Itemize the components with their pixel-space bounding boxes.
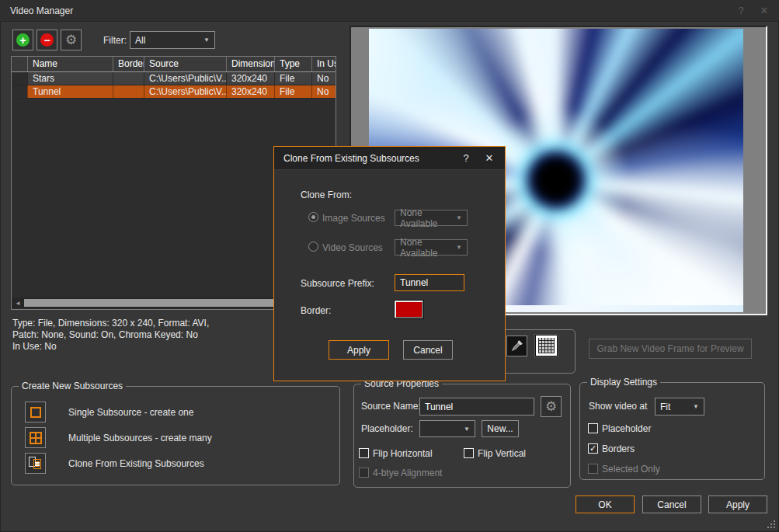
source-info-line-3: In Use: No (12, 341, 57, 352)
single-subsource-button[interactable] (25, 402, 46, 422)
plus-icon: + (16, 33, 30, 47)
clone-from-label: Clone From: (301, 190, 352, 200)
header-border[interactable]: Border (113, 57, 144, 71)
image-sources-label: Image Sources (322, 213, 385, 224)
source-settings-button[interactable]: ⚙ (61, 30, 82, 50)
filter-label: Filter: (103, 35, 127, 46)
apply-button[interactable]: Apply (708, 495, 767, 513)
source-name-label: Source Name: (361, 401, 421, 412)
window-title: Video Manager (10, 5, 73, 16)
grid-pattern-icon (538, 338, 555, 353)
header-icon-col[interactable] (12, 57, 27, 71)
gear-icon: ⚙ (545, 400, 557, 413)
add-source-button[interactable]: + (12, 30, 33, 50)
minus-icon: − (40, 33, 54, 47)
chevron-down-icon: ▼ (464, 426, 470, 433)
gear-icon: ⚙ (65, 33, 77, 47)
single-subsource-label: Single Subsource - create one (68, 407, 193, 418)
subsource-prefix-input[interactable]: Tunnel (395, 274, 464, 291)
byte-alignment-label: 4-btye Alignment (373, 468, 442, 478)
dialog-cancel-button[interactable]: Cancel (403, 340, 453, 360)
table-header: Name Border Source Dimensions Type In Us… (12, 57, 336, 72)
filter-value: All (135, 35, 145, 46)
eyedropper-button[interactable] (506, 336, 527, 356)
multiple-subsources-label: Multiple Subsources - create many (68, 433, 212, 443)
source-info-line-1: Type: File, Dimensions: 320 x 240, Forma… (12, 318, 209, 329)
group-title: Display Settings (587, 377, 660, 388)
chevron-down-icon: ▼ (693, 403, 699, 410)
header-dimensions[interactable]: Dimensions (226, 57, 274, 71)
grid-2x2-icon (30, 432, 42, 444)
subsource-prefix-label: Subsource Prefix: (301, 278, 374, 289)
header-in-use[interactable]: In Use (311, 57, 336, 71)
multiple-subsources-button[interactable] (25, 427, 46, 448)
remove-source-button[interactable]: − (37, 30, 57, 50)
byte-alignment-checkbox (359, 468, 369, 478)
flip-vertical-checkbox[interactable] (464, 448, 474, 458)
borders-checkbox[interactable]: ✓ (588, 443, 598, 454)
dialog-title: Clone From Existing Subsources (283, 153, 419, 164)
single-square-icon (30, 407, 41, 418)
ok-button[interactable]: OK (576, 495, 635, 513)
dialog-help-icon[interactable]: ? (458, 152, 474, 164)
header-source[interactable]: Source (144, 57, 226, 71)
pattern-button[interactable] (535, 335, 558, 356)
show-video-at-label: Show video at (589, 401, 647, 412)
header-type[interactable]: Type (274, 57, 311, 71)
video-sources-label: Video Sources (322, 242, 383, 253)
clone-subsources-label: Clone From Existing Subsources (68, 458, 204, 469)
filter-dropdown[interactable]: All ▼ (130, 31, 215, 49)
placeholder-display-checkbox[interactable] (588, 423, 598, 433)
video-sources-dropdown: None Available ▼ (395, 239, 468, 256)
dialog-close-icon[interactable]: ✕ (482, 152, 497, 164)
chevron-down-icon: ▼ (203, 37, 210, 43)
header-name[interactable]: Name (27, 57, 113, 71)
cancel-button[interactable]: Cancel (642, 495, 701, 513)
clone-documents-icon (29, 457, 42, 470)
image-sources-dropdown: None Available ▼ (395, 210, 468, 226)
chevron-down-icon: ▼ (456, 214, 462, 221)
border-label: Border: (301, 305, 331, 316)
placeholder-label: Placeholder: (361, 423, 413, 434)
flip-horizontal-checkbox[interactable] (359, 448, 369, 458)
group-title: Create New Subsources (19, 381, 126, 391)
flip-vertical-label: Flip Vertical (478, 448, 526, 459)
source-info-line-2: Patch: None, Sound: On, Chroma Keyed: No (12, 329, 198, 340)
selected-only-label: Selected Only (602, 464, 660, 475)
close-icon[interactable]: ✕ (756, 5, 773, 16)
eyedropper-icon (510, 339, 523, 353)
source-name-input[interactable]: Tunnel (419, 398, 534, 416)
borders-label: Borders (602, 443, 635, 454)
chevron-down-icon: ▼ (456, 244, 462, 251)
help-icon[interactable]: ? (732, 5, 749, 16)
selected-only-checkbox (588, 464, 598, 474)
dialog-apply-button[interactable]: Apply (329, 340, 389, 360)
image-sources-radio (308, 212, 318, 222)
placeholder-dropdown[interactable]: ▼ (419, 420, 475, 437)
clone-subsources-button[interactable] (25, 453, 46, 474)
resize-grip-icon[interactable] (767, 520, 776, 529)
table-row-tunnel-selected[interactable]: Tunnel C:\Users\Public\V... 320x240 File… (12, 85, 336, 99)
flip-horizontal-label: Flip Horizontal (373, 448, 433, 459)
show-video-at-dropdown[interactable]: Fit ▼ (655, 398, 704, 416)
title-bar: Video Manager ? ✕ (0, 0, 779, 22)
source-name-settings-button[interactable]: ⚙ (541, 396, 562, 417)
dialog-title-bar: Clone From Existing Subsources ? ✕ (274, 147, 505, 170)
clone-subsources-dialog: Clone From Existing Subsources ? ✕ Clone… (273, 146, 506, 381)
video-manager-window: Video Manager ? ✕ + − ⚙ Filter: All ▼ Na… (0, 0, 779, 532)
scroll-left-icon[interactable]: ◄ (12, 297, 23, 308)
placeholder-display-label: Placeholder (602, 423, 651, 434)
table-row-stars[interactable]: Stars C:\Users\Public\V... 320x240 File … (12, 72, 336, 85)
border-color-swatch[interactable] (395, 301, 423, 318)
grab-frame-button[interactable]: Grab New Video Frame for Preview (589, 339, 752, 359)
placeholder-new-button[interactable]: New... (482, 420, 519, 437)
video-sources-radio (308, 242, 318, 252)
